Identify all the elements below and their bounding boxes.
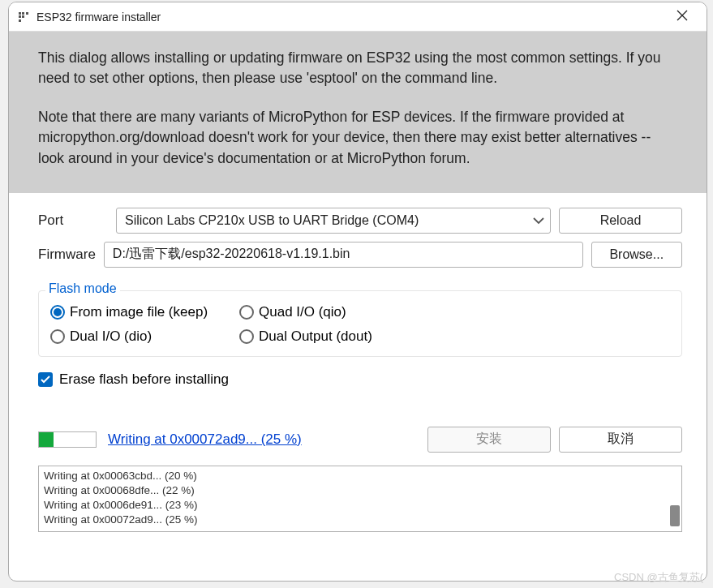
info-panel: This dialog allows installing or updatin… (9, 32, 707, 193)
titlebar: ESP32 firmware installer (9, 2, 707, 32)
reload-button[interactable]: Reload (559, 208, 682, 234)
browse-button[interactable]: Browse... (591, 242, 682, 268)
log-line: Writing at 0x00068dfe... (22 %) (44, 484, 195, 496)
info-paragraph-2: Note that there are many variants of Mic… (38, 107, 677, 169)
scrollbar-thumb[interactable] (670, 505, 680, 526)
info-paragraph-1: This dialog allows installing or updatin… (38, 48, 677, 89)
checkbox-icon (38, 372, 53, 387)
radio-icon (50, 305, 65, 320)
progress-status-link[interactable]: Writing at 0x00072ad9... (25 %) (108, 431, 416, 448)
radio-qio[interactable]: Quad I/O (qio) (239, 304, 402, 320)
erase-label: Erase flash before installing (59, 371, 229, 388)
log-line: Writing at 0x0006de91... (23 %) (44, 499, 198, 511)
cancel-button[interactable]: 取消 (559, 427, 682, 453)
close-button[interactable] (664, 4, 700, 30)
firmware-row: Firmware Browse... (38, 242, 682, 268)
watermark: CSDN @古鱼复苏( (614, 570, 703, 585)
dialog-window: ESP32 firmware installer This dialog all… (8, 2, 707, 582)
radio-dout[interactable]: Dual Output (dout) (239, 328, 402, 345)
firmware-label: Firmware (38, 247, 96, 263)
log-line: Writing at 0x00063cbd... (20 %) (44, 470, 197, 482)
radio-label: From image file (keep) (70, 304, 208, 320)
radio-icon (239, 305, 254, 320)
flash-mode-fieldset: Flash mode From image file (keep) Quad I… (38, 290, 682, 357)
close-icon (676, 10, 688, 24)
port-select[interactable]: Silicon Labs CP210x USB to UART Bridge (… (116, 208, 551, 234)
progress-row: Writing at 0x00072ad9... (25 %) 安装 取消 (9, 427, 707, 453)
port-label: Port (38, 212, 108, 229)
form-area: Port Silicon Labs CP210x USB to UART Bri… (9, 193, 707, 285)
firmware-input[interactable] (104, 242, 583, 268)
radio-label: Dual Output (dout) (259, 328, 372, 345)
progress-bar (38, 431, 97, 448)
app-icon (17, 11, 30, 24)
flash-mode-legend: Flash mode (45, 281, 120, 296)
radio-dio[interactable]: Dual I/O (dio) (50, 328, 233, 345)
install-button[interactable]: 安装 (427, 427, 551, 453)
erase-checkbox-row[interactable]: Erase flash before installing (38, 371, 682, 388)
progress-fill (39, 432, 54, 447)
log-line: Writing at 0x00072ad9... (25 %) (44, 513, 198, 526)
port-value: Silicon Labs CP210x USB to UART Bridge (… (125, 213, 419, 228)
port-row: Port Silicon Labs CP210x USB to UART Bri… (38, 208, 682, 234)
radio-label: Dual I/O (dio) (70, 328, 152, 345)
radio-icon (50, 329, 65, 344)
radio-label: Quad I/O (qio) (259, 304, 346, 320)
radio-icon (239, 329, 254, 344)
window-title: ESP32 firmware installer (37, 11, 664, 24)
log-output[interactable]: Writing at 0x00063cbd... (20 %) Writing … (38, 466, 682, 532)
radio-from-image[interactable]: From image file (keep) (50, 304, 233, 320)
